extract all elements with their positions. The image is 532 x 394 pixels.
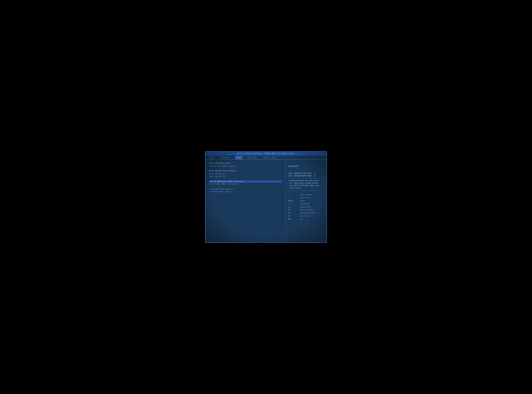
key-name-f4: F4 bbox=[289, 215, 299, 218]
key-name-f3: F3 bbox=[289, 212, 299, 215]
tab-security[interactable]: Security bbox=[246, 156, 258, 159]
key-desc-plusminus: Change Opt. bbox=[300, 202, 310, 206]
tab-boot[interactable]: Boot bbox=[235, 156, 243, 159]
key-desc-esc: Exit bbox=[300, 218, 304, 221]
key-desc-enter: Select bbox=[300, 199, 305, 202]
key-desc-f2: Previous Values bbox=[300, 208, 314, 212]
main-content: Boot Configuration Launch PXE OpROM poli… bbox=[206, 160, 326, 242]
key-desc-arrows-v: Select Item bbox=[300, 196, 310, 199]
spacer-val2 bbox=[289, 170, 324, 172]
launch-pxe-oprom-item[interactable]: Launch PXE OpROM policy bbox=[209, 165, 282, 167]
key-desc-f3: Optimized Defaults bbox=[300, 212, 316, 215]
key-desc-f4: Save & Exit bbox=[300, 215, 310, 218]
delete-boot-option-label: Delete Boot Option bbox=[211, 191, 232, 193]
key-desc-arrows-h: Select Screen bbox=[300, 193, 312, 196]
spacer1 bbox=[209, 168, 282, 170]
key-desc-f1: General Help bbox=[300, 206, 311, 208]
arrow-icon-add: ► bbox=[209, 188, 210, 190]
values-column: [Enabled] [P0: SanDisk SSD U10...] [P2: … bbox=[289, 162, 324, 177]
tab-save-exit[interactable]: Save & Exit bbox=[262, 156, 278, 159]
spacer3 bbox=[209, 186, 282, 188]
boot-config-section: Boot Configuration bbox=[209, 162, 282, 164]
boot-option-1-item[interactable]: Boot Option #1 bbox=[209, 173, 282, 175]
key-row-plusminus: +/- Change Opt. bbox=[289, 202, 324, 206]
right-panel: [Enabled] [P0: SanDisk SSD U10...] [P2: … bbox=[286, 160, 326, 242]
key-row-arrows-v: ↑↓ Select Item bbox=[289, 196, 324, 199]
arrow-icon-delete: ► bbox=[209, 191, 210, 192]
left-panel: Boot Configuration Launch PXE OpROM poli… bbox=[206, 160, 286, 242]
key-name-f1: F1 bbox=[289, 206, 299, 208]
boot-option-priorities-section: Boot Option Priorities bbox=[209, 170, 282, 172]
nav-tabs: Main Advanced Boot Security Save & Exit bbox=[206, 156, 326, 160]
boot-option-2-item[interactable]: Boot Option #2 bbox=[209, 176, 282, 177]
key-name-esc: ESC bbox=[289, 218, 299, 221]
key-name-arrows-h: →← bbox=[289, 193, 299, 196]
title-text: Aptio Setup Utility - Copyright (C) 2012… bbox=[237, 152, 295, 155]
key-row-f1: F1 General Help bbox=[289, 206, 324, 208]
key-row-enter: Enter Select bbox=[289, 199, 324, 202]
key-name-f2: F2 bbox=[289, 208, 299, 212]
add-new-boot-option-item[interactable]: ► Add New Boot Option bbox=[209, 188, 282, 190]
help-box: Enables/Disables the boot option for leg… bbox=[289, 178, 324, 191]
boot-option-2-value: [P2: MATSHITADVD-RAM...] bbox=[289, 175, 324, 177]
bios-screen: Aptio Setup Utility - Copyright (C) 2012… bbox=[205, 151, 327, 243]
key-name-enter: Enter bbox=[289, 199, 299, 202]
key-row-f2: F2 Previous Values bbox=[289, 208, 324, 212]
key-name-arrows-v: ↑↓ bbox=[289, 196, 299, 199]
cd-dvd-bbs-priorities-item[interactable]: CD/DVD ROM Drive BBS Priorities bbox=[209, 181, 282, 182]
tab-main[interactable]: Main bbox=[208, 156, 215, 159]
help-text: Enables/Disables the boot option for leg… bbox=[290, 180, 319, 189]
add-new-boot-option-label: Add New Boot Option bbox=[211, 188, 233, 190]
key-row-arrows-h: →← Select Screen bbox=[289, 193, 324, 196]
help-keys: →← Select Screen ↑↓ Select Item Enter Se… bbox=[289, 193, 324, 221]
delete-boot-option-item[interactable]: ► Delete Boot Option bbox=[209, 191, 282, 193]
key-row-f3: F3 Optimized Defaults bbox=[289, 212, 324, 215]
title-bar: Aptio Setup Utility - Copyright (C) 2012… bbox=[206, 152, 326, 156]
spacer2 bbox=[209, 178, 282, 180]
launch-pxe-value: [Enabled] bbox=[289, 165, 324, 167]
spacer-val1 bbox=[289, 168, 324, 170]
boot-option-1-value: [P0: SanDisk SSD U10...] bbox=[289, 172, 324, 174]
key-row-esc: ESC Exit bbox=[289, 218, 324, 221]
key-name-plusminus: +/- bbox=[289, 202, 299, 206]
key-row-f4: F4 Save & Exit bbox=[289, 215, 324, 218]
hard-drive-bbs-priorities-item[interactable]: Hard Drive BBS Priorities bbox=[209, 183, 282, 185]
tab-advanced[interactable]: Advanced bbox=[219, 156, 231, 159]
